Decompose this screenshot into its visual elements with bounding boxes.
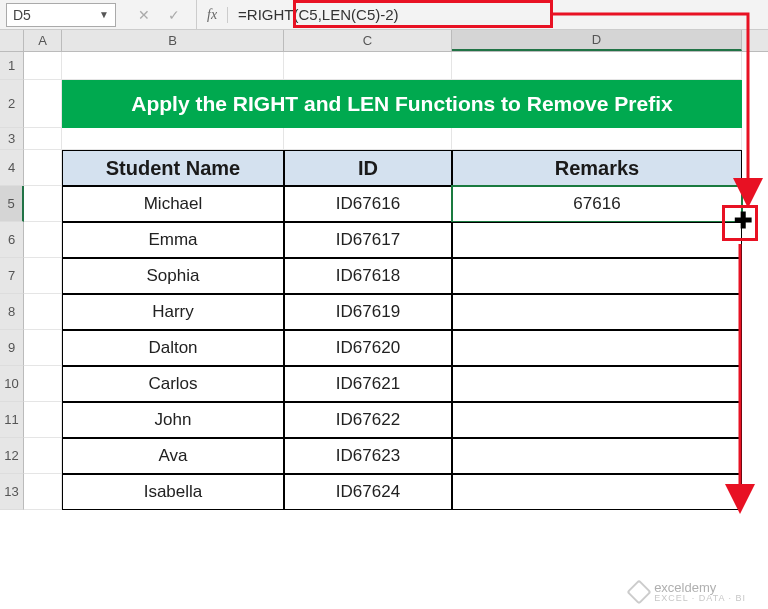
cell-id[interactable]: ID67617 — [284, 222, 452, 258]
cell-name[interactable]: John — [62, 402, 284, 438]
cell-remarks[interactable] — [452, 402, 742, 438]
name-box-value: D5 — [13, 7, 31, 23]
row-header-8[interactable]: 8 — [0, 294, 24, 330]
cell[interactable] — [452, 52, 742, 80]
cell[interactable] — [24, 258, 62, 294]
col-header-b[interactable]: B — [62, 30, 284, 51]
cell-name[interactable]: Michael — [62, 186, 284, 222]
col-header-a[interactable]: A — [24, 30, 62, 51]
cell-id[interactable]: ID67620 — [284, 330, 452, 366]
worksheet-cells[interactable]: Apply the RIGHT and LEN Functions to Rem… — [24, 52, 742, 510]
cell-id[interactable]: ID67622 — [284, 402, 452, 438]
cell[interactable] — [24, 294, 62, 330]
row-header-13[interactable]: 13 — [0, 474, 24, 510]
cell-remarks[interactable] — [452, 366, 742, 402]
row-header-7[interactable]: 7 — [0, 258, 24, 294]
cell-id[interactable]: ID67616 — [284, 186, 452, 222]
row-header-4[interactable]: 4 — [0, 150, 24, 186]
cell[interactable] — [24, 474, 62, 510]
cell[interactable] — [62, 52, 284, 80]
th-name[interactable]: Student Name — [62, 150, 284, 186]
formula-bar-buttons: ✕ ✓ — [122, 7, 196, 23]
cell[interactable] — [24, 80, 62, 128]
cell-name[interactable]: Ava — [62, 438, 284, 474]
cell-remarks[interactable] — [452, 330, 742, 366]
row-headers: 1 2 3 4 5 6 7 8 9 10 11 12 13 — [0, 52, 24, 510]
select-all-corner[interactable] — [0, 30, 24, 51]
cell-remarks[interactable] — [452, 258, 742, 294]
name-box[interactable]: D5 ▼ — [6, 3, 116, 27]
page-title[interactable]: Apply the RIGHT and LEN Functions to Rem… — [62, 80, 742, 128]
cell-name[interactable]: Harry — [62, 294, 284, 330]
watermark-logo-icon — [626, 579, 651, 604]
cell[interactable] — [24, 366, 62, 402]
cell-remarks[interactable] — [452, 438, 742, 474]
cell[interactable] — [24, 186, 62, 222]
cell-id[interactable]: ID67624 — [284, 474, 452, 510]
cell-name[interactable]: Sophia — [62, 258, 284, 294]
watermark: exceldemy EXCEL · DATA · BI — [630, 580, 746, 603]
cell-id[interactable]: ID67619 — [284, 294, 452, 330]
row-header-5[interactable]: 5 — [0, 186, 24, 222]
row-header-3[interactable]: 3 — [0, 128, 24, 150]
row-header-1[interactable]: 1 — [0, 52, 24, 80]
cell-d5-selected[interactable]: 67616 — [452, 186, 742, 222]
cell-name[interactable]: Emma — [62, 222, 284, 258]
cell[interactable] — [24, 438, 62, 474]
enter-icon[interactable]: ✓ — [168, 7, 180, 23]
cell[interactable] — [24, 222, 62, 258]
row-header-9[interactable]: 9 — [0, 330, 24, 366]
cell[interactable] — [24, 402, 62, 438]
cell[interactable] — [24, 128, 62, 150]
cell-id[interactable]: ID67618 — [284, 258, 452, 294]
cell-id[interactable]: ID67623 — [284, 438, 452, 474]
row-header-12[interactable]: 12 — [0, 438, 24, 474]
cell[interactable] — [24, 330, 62, 366]
row-header-10[interactable]: 10 — [0, 366, 24, 402]
cell[interactable] — [62, 128, 284, 150]
th-remarks[interactable]: Remarks — [452, 150, 742, 186]
watermark-sub: EXCEL · DATA · BI — [654, 593, 746, 603]
formula-bar[interactable]: fx =RIGHT(C5,LEN(C5)-2) — [196, 0, 768, 29]
cell-id[interactable]: ID67621 — [284, 366, 452, 402]
cell-name[interactable]: Isabella — [62, 474, 284, 510]
cell-remarks[interactable] — [452, 222, 742, 258]
col-header-d[interactable]: D — [452, 30, 742, 51]
row-header-6[interactable]: 6 — [0, 222, 24, 258]
cell-name[interactable]: Carlos — [62, 366, 284, 402]
cell[interactable] — [24, 150, 62, 186]
cancel-icon[interactable]: ✕ — [138, 7, 150, 23]
name-box-dropdown-icon[interactable]: ▼ — [99, 9, 109, 20]
formula-text: =RIGHT(C5,LEN(C5)-2) — [238, 6, 398, 23]
cell[interactable] — [452, 128, 742, 150]
th-id[interactable]: ID — [284, 150, 452, 186]
cell[interactable] — [284, 128, 452, 150]
row-header-11[interactable]: 11 — [0, 402, 24, 438]
cell-remarks[interactable] — [452, 294, 742, 330]
col-header-c[interactable]: C — [284, 30, 452, 51]
cell-name[interactable]: Dalton — [62, 330, 284, 366]
cell-remarks[interactable] — [452, 474, 742, 510]
fx-icon[interactable]: fx — [205, 7, 228, 23]
cell[interactable] — [24, 52, 62, 80]
cell[interactable] — [284, 52, 452, 80]
column-headers: A B C D — [0, 30, 768, 52]
formula-bar-area: D5 ▼ ✕ ✓ fx =RIGHT(C5,LEN(C5)-2) — [0, 0, 768, 30]
row-header-2[interactable]: 2 — [0, 80, 24, 128]
fill-handle-icon[interactable]: ✚ — [733, 211, 753, 231]
